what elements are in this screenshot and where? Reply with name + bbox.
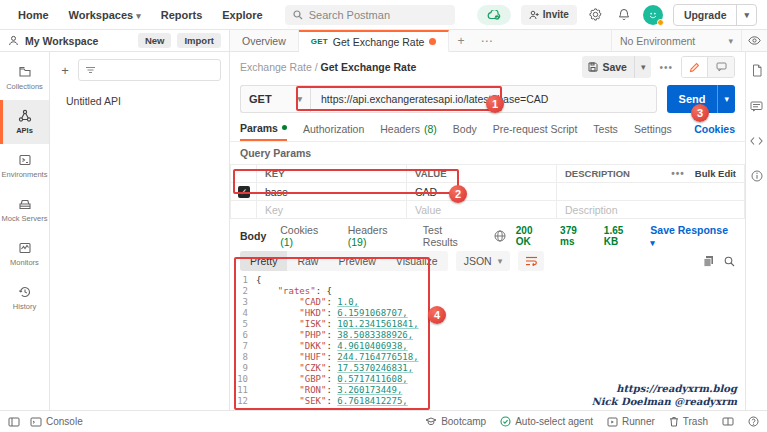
sidebar-item-mock-servers[interactable]: Mock Servers	[0, 188, 49, 232]
tab-authorization[interactable]: Authorization	[303, 116, 364, 141]
tab-tests[interactable]: Tests	[593, 116, 618, 141]
code-line: 5 "ISK": 101.2341561841,	[230, 319, 745, 330]
environment-eye-icon[interactable]	[741, 30, 767, 51]
response-tab-cookies[interactable]: Cookies (1)	[280, 224, 334, 248]
param-value-cell[interactable]: CAD	[407, 183, 557, 201]
person-plus-icon	[529, 10, 539, 20]
chevron-down-icon[interactable]: ▾	[635, 62, 652, 72]
response-size: 1.65 KB	[604, 225, 641, 247]
comments-icon[interactable]	[750, 101, 763, 112]
wrap-lines-icon[interactable]	[518, 251, 544, 271]
environment-selector[interactable]: No Environment ▾	[611, 30, 741, 51]
method-selector[interactable]: GET ▾	[240, 85, 310, 113]
param-description-cell[interactable]	[557, 183, 745, 201]
code-line: 8 "HUF": 244.7164776518,	[230, 352, 745, 363]
view-preview[interactable]: Preview	[328, 251, 385, 271]
watermark-url: https://readyxrm.blog	[592, 382, 737, 395]
param-key-placeholder[interactable]: Key	[257, 201, 407, 219]
help-icon[interactable]	[748, 416, 759, 427]
format-selector[interactable]: JSON ▾	[456, 251, 511, 271]
bootcamp-button[interactable]: Bootcamp	[425, 416, 486, 427]
info-icon[interactable]	[751, 170, 763, 182]
tab-overview[interactable]: Overview	[230, 30, 299, 51]
nav-workspaces[interactable]: Workspaces▾	[69, 9, 141, 21]
url-input[interactable]: https://api.exchangeratesapi.io/latest?b…	[310, 85, 657, 113]
rail-label: Mock Servers	[2, 214, 48, 223]
sidebar-item-history[interactable]: History	[0, 276, 49, 320]
documentation-icon[interactable]	[751, 64, 763, 77]
column-value: VALUE	[407, 165, 557, 183]
nav-explore[interactable]: Explore	[222, 9, 262, 21]
new-tab-button[interactable]: +	[449, 30, 472, 51]
breadcrumb-current: Get Exchange Rate	[321, 61, 417, 73]
sidebar-toggle-icon[interactable]	[8, 417, 20, 427]
param-key-cell[interactable]: base	[257, 183, 407, 201]
sidebar-item-monitors[interactable]: Monitors	[0, 232, 49, 276]
search-response-icon[interactable]	[724, 256, 735, 267]
tab-settings[interactable]: Settings	[634, 116, 672, 141]
two-pane-icon[interactable]	[722, 417, 734, 426]
network-globe-icon[interactable]	[494, 230, 506, 242]
import-button[interactable]: Import	[177, 33, 221, 48]
nav-home[interactable]: Home	[18, 9, 49, 21]
monitors-icon	[18, 241, 32, 255]
view-pretty[interactable]: Pretty	[240, 251, 287, 271]
console-button[interactable]: Console	[30, 416, 83, 427]
param-value-placeholder[interactable]: Value	[407, 201, 557, 219]
param-description-placeholder[interactable]: Description	[557, 201, 745, 219]
view-raw[interactable]: Raw	[287, 251, 328, 271]
param-checkbox[interactable]: ✓	[238, 186, 250, 198]
tab-get-exchange-rate[interactable]: GET Get Exchange Rate	[299, 30, 450, 52]
tab-body[interactable]: Body	[453, 116, 477, 141]
workspace-title[interactable]: My Workspace	[25, 35, 132, 47]
bulk-edit-button[interactable]: Bulk Edit	[695, 168, 736, 179]
chevron-down-icon[interactable]: ▾	[718, 94, 735, 104]
chevron-down-icon: ▾	[728, 36, 733, 46]
tab-pre-request-script[interactable]: Pre-request Script	[493, 116, 578, 141]
view-visualize[interactable]: Visualize	[386, 251, 448, 271]
environments-icon	[18, 153, 32, 167]
tab-options-button[interactable]: ⋯	[472, 30, 500, 51]
add-api-button[interactable]: +	[58, 63, 72, 78]
header-actions: Invite Upgrade ▾	[477, 4, 767, 26]
search-input[interactable]: Search Postman	[285, 5, 455, 25]
upgrade-button[interactable]: Upgrade ▾	[673, 4, 757, 26]
chevron-down-icon[interactable]: ▾	[737, 10, 756, 20]
response-tab-body[interactable]: Body	[240, 230, 266, 242]
api-list-item-untitled[interactable]: Untitled API	[50, 85, 229, 107]
response-tab-headers[interactable]: Headers (19)	[348, 224, 409, 248]
more-options-button[interactable]: •••	[659, 62, 673, 73]
sync-status-icon[interactable]	[477, 5, 511, 25]
runner-button[interactable]: Runner	[607, 416, 655, 427]
environment-zone: No Environment ▾	[611, 30, 767, 51]
save-button[interactable]: Save ▾	[582, 56, 651, 78]
nav-reports[interactable]: Reports	[161, 9, 203, 21]
new-button[interactable]: New	[138, 33, 172, 48]
edit-pencil-icon[interactable]	[682, 57, 708, 77]
code-icon[interactable]	[750, 136, 763, 146]
invite-button[interactable]: Invite	[521, 5, 577, 25]
header-checkbox-cell	[231, 165, 257, 183]
sidebar-item-environments[interactable]: Environments	[0, 144, 49, 188]
query-params-label: Query Params	[230, 142, 745, 164]
response-tab-test-results[interactable]: Test Results	[423, 224, 480, 248]
copy-icon[interactable]	[703, 255, 714, 267]
comment-bubble-icon[interactable]	[708, 57, 734, 77]
cookies-link[interactable]: Cookies	[694, 123, 735, 135]
rail-label: Collections	[6, 82, 43, 91]
user-avatar[interactable]	[643, 5, 663, 25]
settings-gear-icon[interactable]	[587, 6, 605, 24]
params-more-button[interactable]: •••	[671, 168, 685, 179]
save-response-button[interactable]: Save Response ▾	[650, 224, 735, 248]
notifications-bell-icon[interactable]	[615, 6, 633, 24]
filter-input[interactable]	[78, 59, 221, 81]
trash-button[interactable]: Trash	[669, 416, 708, 427]
sidebar-item-collections[interactable]: Collections	[0, 56, 49, 100]
tab-headers[interactable]: Headers(8)	[380, 116, 437, 141]
invite-label: Invite	[543, 9, 569, 20]
mock-servers-icon	[18, 197, 32, 211]
tab-params[interactable]: Params	[240, 116, 287, 141]
sidebar-item-apis[interactable]: APIs	[0, 100, 49, 144]
breadcrumb-parent[interactable]: Exchange Rate	[240, 61, 312, 73]
auto-select-agent-button[interactable]: Auto-select agent	[500, 416, 593, 427]
